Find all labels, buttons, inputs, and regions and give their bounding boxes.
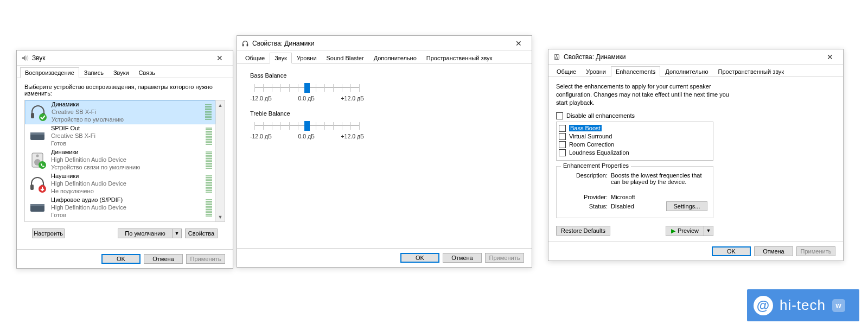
play-icon: ▶ — [671, 227, 675, 234]
vk-icon: w — [832, 299, 845, 312]
tab-связь[interactable]: Связь — [134, 67, 160, 78]
watermark: @ hi-tech w — [747, 289, 859, 321]
enhancement-item[interactable]: Room Correction — [559, 141, 710, 149]
checkbox-icon[interactable] — [559, 141, 566, 148]
scroll-down-icon[interactable]: ▼ — [216, 212, 225, 221]
tab-пространственный-звук[interactable]: Пространственный звук — [422, 53, 497, 64]
slider-max: +12.0 дБ — [341, 133, 364, 139]
cancel-button[interactable]: Отмена — [443, 253, 482, 263]
slider-scale: -12.0 дБ0.0 дБ+12.0 дБ — [250, 95, 364, 101]
device-status: Готов — [51, 140, 205, 148]
device-icon — [28, 199, 47, 217]
properties-sound-window: Свойства: Динамики ✕ ОбщиеЗвукУровниSoun… — [237, 35, 532, 268]
enhancement-item[interactable]: Bass Boost — [559, 124, 710, 132]
slider-min: -12.0 дБ — [250, 95, 272, 101]
apply-button[interactable]: Применить — [186, 254, 225, 264]
slider-label: Bass Balance — [250, 72, 364, 79]
device-item[interactable]: ДинамикиCreative SB X-FiУстройство по ум… — [25, 100, 215, 124]
tab-уровни[interactable]: Уровни — [292, 53, 322, 64]
tab-общие[interactable]: Общие — [240, 53, 270, 64]
svg-point-17 — [556, 56, 558, 59]
svg-point-7 — [36, 155, 39, 157]
chevron-down-icon[interactable]: ▼ — [172, 229, 182, 238]
cancel-button[interactable]: Отмена — [144, 254, 183, 264]
enhancement-label: Room Correction — [569, 141, 614, 148]
scrollbar[interactable]: ▲ ▼ — [215, 100, 225, 221]
tab-дополнительно[interactable]: Дополнительно — [369, 53, 422, 64]
tab-sound-blaster[interactable]: Sound Blaster — [322, 53, 369, 64]
checkbox-icon[interactable] — [559, 125, 566, 132]
device-item[interactable]: НаушникиHigh Definition Audio DeviceНе п… — [25, 172, 215, 196]
close-icon[interactable]: ✕ — [819, 52, 841, 62]
device-item[interactable]: ДинамикиHigh Definition Audio DeviceУстр… — [25, 148, 215, 172]
tab-уровни[interactable]: Уровни — [581, 66, 611, 77]
titlebar[interactable]: Свойства: Динамики ✕ — [548, 49, 843, 65]
dialog-buttons: OK Отмена Применить — [548, 242, 843, 261]
device-meta: ДинамикиHigh Definition Audio DeviceУстр… — [51, 149, 205, 171]
close-icon[interactable]: ✕ — [209, 53, 231, 64]
device-item[interactable]: Цифровое аудио (S/PDIF)High Definition A… — [25, 196, 215, 220]
enhancement-item[interactable]: Virtual Surround — [559, 132, 710, 141]
status-value: Disabled — [611, 203, 634, 210]
tab-звуки[interactable]: Звуки — [108, 67, 134, 78]
slider-thumb[interactable] — [304, 121, 310, 131]
ok-button[interactable]: OK — [400, 253, 439, 263]
fieldset-legend: Enhancement Properties — [561, 162, 631, 169]
scroll-up-icon[interactable]: ▲ — [216, 100, 225, 110]
slider-max: +12.0 дБ — [341, 95, 364, 101]
tab-воспроизведение[interactable]: Воспроизведение — [20, 67, 79, 78]
checkbox-icon[interactable] — [559, 133, 566, 140]
device-meta: Цифровое аудио (S/PDIF)High Definition A… — [51, 196, 205, 219]
settings-button[interactable]: Settings... — [666, 201, 707, 211]
tab-звук[interactable]: Звук — [270, 53, 292, 64]
device-item[interactable]: SPDIF OutCreative SB X-FiГотов — [25, 124, 215, 148]
slider-label: Treble Balance — [250, 110, 364, 117]
tab-общие[interactable]: Общие — [552, 66, 581, 77]
slider-min: -12.0 дБ — [250, 133, 272, 139]
level-meter — [206, 128, 212, 145]
tab-strip: ВоспроизведениеЗаписьЗвукиСвязь — [17, 66, 233, 78]
dialog-buttons: OK Отмена Применить — [237, 248, 532, 267]
cancel-button[interactable]: Отмена — [754, 246, 793, 256]
apply-button[interactable]: Применить — [485, 253, 524, 263]
device-driver: Creative SB X-Fi — [52, 109, 204, 116]
close-icon[interactable]: ✕ — [508, 38, 529, 49]
preview-button[interactable]: ▶Preview — [666, 226, 704, 236]
default-dropdown[interactable]: По умолчанию ▼ — [118, 229, 182, 238]
titlebar[interactable]: Звук ✕ — [17, 50, 233, 66]
device-status: Устройство связи по умолчанию — [51, 164, 205, 172]
titlebar[interactable]: Свойства: Динамики ✕ — [237, 36, 532, 51]
dialog-buttons: OK Отмена Применить — [17, 249, 233, 268]
device-driver: High Definition Audio Device — [51, 180, 205, 188]
tab-enhancements[interactable]: Enhancements — [611, 66, 660, 77]
instruction-text: Select the enhancements to apply for you… — [556, 82, 730, 107]
slider-track[interactable] — [250, 120, 364, 132]
configure-button[interactable]: Настроить — [32, 229, 65, 238]
sound-window: Звук ✕ ВоспроизведениеЗаписьЗвукиСвязь В… — [16, 50, 233, 269]
level-meter — [206, 199, 212, 217]
chevron-down-icon[interactable]: ▼ — [704, 226, 713, 236]
checkbox-icon[interactable] — [559, 149, 566, 156]
ok-button[interactable]: OK — [712, 246, 751, 256]
slider-track[interactable] — [250, 82, 364, 94]
slider-thumb[interactable] — [304, 83, 310, 93]
device-status: Устройство по умолчанию — [52, 116, 204, 124]
restore-defaults-button[interactable]: Restore Defaults — [556, 226, 610, 236]
device-driver: High Definition Audio Device — [51, 156, 205, 164]
at-icon: @ — [754, 296, 773, 315]
ok-button[interactable]: OK — [101, 254, 141, 264]
tab-дополнительно[interactable]: Дополнительно — [660, 66, 713, 77]
preview-label: Preview — [678, 227, 699, 234]
svg-point-2 — [39, 113, 47, 121]
enhancement-list: Bass BoostVirtual SurroundRoom Correctio… — [556, 122, 713, 161]
slider-mid: 0.0 дБ — [298, 133, 315, 139]
default-button[interactable]: По умолчанию — [118, 229, 172, 238]
tab-запись[interactable]: Запись — [79, 67, 108, 78]
disable-all-checkbox[interactable]: Disable all enhancements — [556, 112, 835, 119]
properties-button[interactable]: Свойства — [185, 229, 218, 238]
preview-dropdown[interactable]: ▶Preview ▼ — [666, 226, 713, 236]
window-title: Звук — [32, 54, 209, 62]
tab-пространственный-звук[interactable]: Пространственный звук — [713, 66, 789, 77]
enhancement-item[interactable]: Loudness Equalization — [559, 149, 710, 157]
apply-button[interactable]: Применить — [796, 246, 835, 256]
